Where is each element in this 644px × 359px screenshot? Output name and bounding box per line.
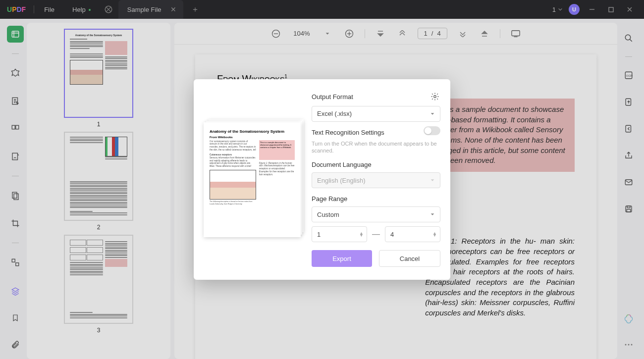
range-to-input[interactable]: 4 ▲▼	[385, 226, 440, 242]
export-preview: Anatomy of the Somatosensory System From…	[204, 122, 301, 237]
ocr-toggle[interactable]	[424, 126, 440, 135]
page-range-select[interactable]: Custom	[312, 206, 440, 222]
settings-icon[interactable]	[430, 92, 440, 102]
preview-subtitle: From Wikibooks	[210, 136, 295, 139]
spin-down-icon[interactable]: ▼	[432, 234, 437, 237]
output-format-select[interactable]: Excel (.xlsx)	[312, 106, 440, 122]
dropdown-icon	[430, 212, 435, 217]
export-dialog: Anatomy of the Somatosensory System From…	[194, 79, 450, 280]
spin-down-icon[interactable]: ▼	[359, 234, 364, 237]
dropdown-icon	[430, 178, 435, 183]
export-button[interactable]: Export	[312, 250, 372, 267]
page-range-label: Page Range	[312, 195, 440, 203]
cancel-button[interactable]: Cancel	[379, 250, 440, 267]
preview-title: Anatomy of the Somatosensory System	[210, 129, 295, 134]
modal-overlay: Anatomy of the Somatosensory System From…	[0, 0, 644, 359]
language-select: English (English)	[312, 172, 440, 188]
output-format-label: Output Format	[312, 93, 353, 101]
dropdown-icon	[430, 111, 435, 116]
ocr-label: Text Recognition Settings	[312, 129, 384, 136]
range-from-input[interactable]: 1 ▲▼	[312, 226, 367, 242]
ocr-help-text: Turn on the OCR when the document appear…	[312, 140, 440, 154]
language-label: Document Language	[312, 161, 440, 168]
svg-point-34	[434, 95, 436, 98]
